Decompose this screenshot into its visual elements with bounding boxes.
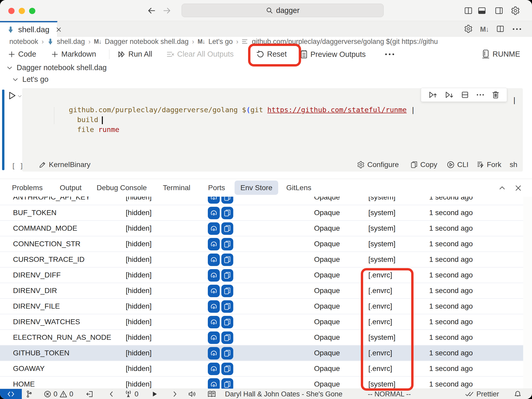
tab-terminal[interactable]: Terminal xyxy=(163,179,190,197)
delete-cell-icon[interactable] xyxy=(492,91,500,99)
copy-secret-button[interactable] xyxy=(221,363,233,375)
split-cell-icon[interactable] xyxy=(461,91,469,99)
add-code-button[interactable]: Code xyxy=(8,50,36,58)
vim-mode-item[interactable]: -- NORMAL -- xyxy=(368,389,411,399)
copy-secret-button[interactable] xyxy=(221,254,233,266)
breadcrumb-item-notebook[interactable]: notebook xyxy=(9,38,38,46)
copy-secret-button[interactable] xyxy=(221,285,233,297)
panel-close-icon[interactable] xyxy=(514,184,522,192)
env-table-row[interactable]: ANTHROPIC_API_KEY [hidden] Opaque [syste… xyxy=(0,196,523,205)
tab-shell-dag[interactable]: shell.dag xyxy=(0,21,57,37)
command-center-search[interactable]: dagger xyxy=(182,4,384,17)
close-window-button[interactable] xyxy=(8,8,15,14)
configure-button[interactable]: Configure xyxy=(357,161,399,169)
copy-secret-button[interactable] xyxy=(221,378,233,389)
env-table-row[interactable]: ELECTRON_RUN_AS_NODE [hidden] Opaque [sy… xyxy=(0,329,523,345)
tab-ports[interactable]: Ports xyxy=(208,179,225,197)
tab-output[interactable]: Output xyxy=(60,179,82,197)
copy-secret-button[interactable] xyxy=(221,316,233,328)
toolbar-more-icon[interactable] xyxy=(385,53,395,56)
copy-secret-button[interactable] xyxy=(221,207,233,219)
reveal-secret-button[interactable] xyxy=(208,222,220,235)
problems-item[interactable]: 0 0 xyxy=(44,389,73,399)
formatter-item[interactable]: Prettier xyxy=(465,389,499,399)
ports-item[interactable]: 0 xyxy=(124,389,138,399)
reveal-secret-button[interactable] xyxy=(208,254,220,266)
toggle-sidebar-icon[interactable] xyxy=(464,6,473,15)
toggle-secondary-sidebar-icon[interactable] xyxy=(495,6,503,15)
env-table-row[interactable]: DIRENV_DIR [hidden] Opaque [.envrc] 1 se… xyxy=(0,283,523,298)
runme-button[interactable]: RUNME xyxy=(482,49,520,59)
reveal-secret-button[interactable] xyxy=(208,285,220,297)
run-cell-dropdown-icon[interactable] xyxy=(17,94,22,99)
copy-secret-button[interactable] xyxy=(221,269,233,282)
env-table-row[interactable]: CURSOR_TRACE_ID [hidden] Opaque [system]… xyxy=(0,251,523,267)
reveal-secret-button[interactable] xyxy=(208,238,220,250)
now-playing-item[interactable]: Daryl Hall & John Oates - She's Gone xyxy=(225,389,342,399)
reveal-secret-button[interactable] xyxy=(208,363,220,375)
env-table-row[interactable]: DIRENV_WATCHES [hidden] Opaque [.envrc] … xyxy=(0,314,523,329)
reveal-secret-button[interactable] xyxy=(208,316,220,328)
notifications-item[interactable] xyxy=(514,389,522,399)
reveal-secret-button[interactable] xyxy=(208,300,220,313)
panel-collapse-icon[interactable] xyxy=(498,184,506,192)
forward-button[interactable] xyxy=(163,7,171,15)
kernel-selector[interactable]: KernelBinary xyxy=(39,161,90,169)
cell-language-label[interactable]: sh xyxy=(510,161,517,169)
outline-title-row[interactable]: Dagger notebook shell.dag xyxy=(6,63,107,72)
run-below-icon[interactable] xyxy=(445,90,454,99)
outline-section-row[interactable]: Let's go xyxy=(12,75,49,84)
preview-outputs-button[interactable]: Preview Outputs xyxy=(300,50,366,59)
tab-debug-console[interactable]: Debug Console xyxy=(97,179,147,197)
reset-button[interactable]: Reset xyxy=(256,50,287,58)
tab-gitlens[interactable]: GitLens xyxy=(286,179,311,197)
copy-secret-button[interactable] xyxy=(221,238,233,250)
play-item[interactable] xyxy=(151,389,158,399)
reveal-secret-button[interactable] xyxy=(208,207,220,219)
reader-item[interactable] xyxy=(207,389,216,399)
breadcrumb-item-section[interactable]: Let's go xyxy=(208,38,233,46)
source-control-item[interactable] xyxy=(25,389,33,399)
tab-close-icon[interactable] xyxy=(56,26,62,33)
breadcrumb-item-notebook-title[interactable]: Dagger notebook shell.dag xyxy=(105,38,189,46)
add-markdown-button[interactable]: Markdown xyxy=(51,50,96,58)
env-table-row[interactable]: BUF_TOKEN [hidden] Opaque [system] 1 sec… xyxy=(0,205,523,220)
run-all-button[interactable]: Run All xyxy=(117,50,152,58)
reveal-secret-button[interactable] xyxy=(208,331,220,344)
env-table-row[interactable]: DIRENV_FILE [hidden] Opaque [.envrc] 1 s… xyxy=(0,298,523,314)
env-table-row[interactable]: GITHUB_TOKEN [hidden] Opaque [.envrc] 1 … xyxy=(0,345,523,361)
copy-secret-button[interactable] xyxy=(221,347,233,360)
env-table-row[interactable]: CONNECTION_STR [hidden] Opaque [system] … xyxy=(0,236,523,251)
cli-button[interactable]: CLI xyxy=(447,161,469,169)
maximize-window-button[interactable] xyxy=(29,8,35,14)
detach-session-item[interactable] xyxy=(86,389,94,399)
volume-item[interactable] xyxy=(188,389,196,399)
copy-button[interactable]: Copy xyxy=(410,161,437,169)
next-item[interactable] xyxy=(171,389,178,399)
minimize-window-button[interactable] xyxy=(19,8,25,14)
remote-indicator[interactable] xyxy=(0,389,22,399)
env-table-row[interactable]: GOAWAY [hidden] Opaque [.envrc] 1 second… xyxy=(0,361,523,376)
cell-more-icon[interactable] xyxy=(476,94,484,96)
copy-secret-button[interactable] xyxy=(221,331,233,344)
fork-button[interactable]: Fork xyxy=(476,161,501,169)
copy-secret-button[interactable] xyxy=(221,222,233,235)
toggle-panel-icon[interactable] xyxy=(477,6,486,15)
code-line-3[interactable]: file runme xyxy=(60,115,119,144)
env-table-row[interactable]: DIRENV_DIFF [hidden] Opaque [.envrc] 1 s… xyxy=(0,267,523,283)
tab-problems[interactable]: Problems xyxy=(12,179,43,197)
layout-settings-gear-icon[interactable] xyxy=(511,6,520,15)
reveal-secret-button[interactable] xyxy=(208,347,220,360)
reveal-secret-button[interactable] xyxy=(208,196,220,204)
env-table-row[interactable]: HOME [hidden] Opaque [system] 1 second a… xyxy=(0,376,523,389)
breadcrumb-item-cell[interactable]: github.com/purpleclay/daggerverse/golang… xyxy=(252,38,438,46)
prev-item[interactable] xyxy=(108,389,115,399)
copy-secret-button[interactable] xyxy=(221,300,233,313)
run-above-icon[interactable] xyxy=(428,90,437,99)
copy-secret-button[interactable] xyxy=(221,196,233,204)
reveal-secret-button[interactable] xyxy=(208,269,220,282)
code-link[interactable]: https://github.com/stateful/runme xyxy=(267,106,407,114)
env-table-row[interactable]: COMMAND_MODE [hidden] Opaque [system] 1 … xyxy=(0,220,523,236)
reveal-secret-button[interactable] xyxy=(208,378,220,389)
tab-env-store[interactable]: Env Store xyxy=(235,181,278,195)
